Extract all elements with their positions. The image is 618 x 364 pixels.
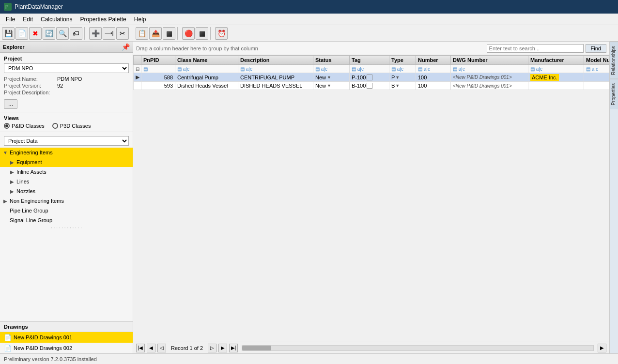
filter-description: ▤ a|c [238,65,313,73]
col-manufacturer[interactable]: Manufacturer [528,56,584,65]
copy-button[interactable]: 📋 [136,27,148,40]
tab-properties[interactable]: Properties [610,79,618,109]
red-button[interactable]: 🔴 [182,27,195,40]
explorer-header: Explorer 📌 [0,42,133,53]
grid2-button[interactable]: ▦ [196,27,208,40]
search-button[interactable]: 🔍 [56,27,69,40]
col-pnpid[interactable]: PnPID [141,56,175,65]
filter-status: ▤ a|c [313,65,350,73]
scroll-right-button[interactable]: ▶ [598,344,606,352]
table-row[interactable]: ▶ 588 Centrifugal Pump CENTRIFUGAL PUMP … [134,73,610,82]
row-arrow-1: ▶ [134,73,141,82]
menu-help[interactable]: Help [130,15,150,24]
merge-button[interactable]: ⟶| [103,27,115,40]
col-status[interactable]: Status [313,56,350,65]
tag-checkbox-1[interactable] [367,75,372,80]
col-tag[interactable]: Tag [350,56,389,65]
menu-file[interactable]: File [2,15,19,24]
tree-item-engineering-items[interactable]: ▼ Engineering Items [0,148,133,157]
tree-item-pipe-line-group[interactable]: Pipe Line Group [0,206,133,215]
menu-calculations[interactable]: Calculations [37,15,76,24]
pin-icon[interactable]: 📌 [122,43,130,51]
project-version-value: 92 [57,83,63,89]
nav-next-button[interactable]: ▶ [218,344,227,352]
drawing-icon-2: 📄 [4,345,12,352]
radio-pid-circle [4,123,10,129]
col-number[interactable]: Number [416,56,451,65]
project-version-label: Project Version: [4,83,57,89]
drawings-header: Drawings [0,322,133,332]
type-dropdown-1[interactable]: ▼ [395,75,400,80]
tag-button[interactable]: 🏷 [70,27,82,40]
filter-tag: ▤ a|c [350,65,389,73]
nav-prev2-button[interactable]: ◁ [157,344,166,352]
expander-equipment: ▶ [9,159,15,166]
search-bar: Drag a column header here to group by th… [133,42,609,55]
tag-checkbox-2[interactable] [367,83,372,89]
col-model-number[interactable]: Model Number [584,56,610,65]
cell-description-2: DISHED HEADS VESSEL [238,82,313,90]
tree-item-equipment[interactable]: ▶ Equipment [0,157,133,167]
drawing-label-2: New P&ID Drawings 002 [14,345,72,351]
nav-prev-button[interactable]: ◀ [147,344,155,352]
delete-button[interactable]: ✖ [29,27,42,40]
project-dropdown[interactable]: PDM NPO [4,63,129,73]
project-name-value: PDM NPO [57,76,82,82]
cell-type-2: B ▼ [389,82,416,90]
cell-type-1: P ▼ [389,73,416,82]
project-name-field: Project Name: PDM NPO [4,76,129,82]
export-button[interactable]: 📤 [149,27,162,40]
view-dropdown-container: Project Data [0,134,133,148]
radio-p3d-classes[interactable]: P3D Classes [52,123,91,129]
tree-item-nozzles[interactable]: ▶ Nozzles [0,186,133,196]
menu-properties-palette[interactable]: Properties Palette [76,15,130,24]
save-button[interactable]: 💾 [2,27,15,40]
radio-pid-classes[interactable]: P&ID Classes [4,123,45,129]
project-name-label: Project Name: [4,76,57,82]
filter-row-indicator: ⊟ [134,65,141,73]
tree-item-lines[interactable]: ▶ Lines [0,177,133,186]
tree-item-inline-assets[interactable]: ▶ Inline Assets [0,167,133,177]
col-class-name[interactable]: Class Name [175,56,238,65]
toolbar-sep-1 [84,27,87,40]
refresh-button[interactable]: 🔄 [43,27,55,40]
drawing-item-1[interactable]: 📄 New P&ID Drawings 001 [0,332,133,343]
menu-edit[interactable]: Edit [19,15,37,24]
menu-bar: File Edit Calculations Properties Palett… [0,14,618,25]
clock-button[interactable]: ⏰ [215,27,228,40]
row-arrow-2 [134,82,141,90]
ellipsis-button[interactable]: ... [4,99,17,109]
status-dropdown-2[interactable]: ▼ [327,83,331,88]
table-row[interactable]: 593 Dished Heads Vessel DISHED HEADS VES… [134,82,610,90]
horizontal-scrollbar[interactable] [242,345,594,351]
col-dwg-number[interactable]: DWG Number [451,56,528,65]
filter-model-number: ▤ a|c [584,65,610,73]
col-type[interactable]: Type [389,56,416,65]
nav-first-button[interactable]: |◀ [136,344,145,352]
scroll-thumb [242,346,271,350]
tree-item-signal-line-group[interactable]: Signal Line Group [0,215,133,225]
grid-button[interactable]: ▦ [163,27,175,40]
drawing-item-2[interactable]: 📄 New P&ID Drawings 002 [0,343,133,353]
project-description-label: Project Description: [4,90,57,95]
status-dropdown-1[interactable]: ▼ [327,75,331,80]
search-button-find[interactable]: Find [586,44,606,53]
tab-relationships[interactable]: Relationships [610,42,618,79]
explorer-title: Explorer [3,44,25,50]
nav-next2-button[interactable]: ▷ [208,344,216,352]
drawing-icon-1: 📄 [4,334,12,341]
view-dropdown[interactable]: Project Data [4,136,129,146]
search-input[interactable] [487,44,584,53]
expander-non-engineering: ▶ [2,197,9,204]
tree-item-non-engineering-items[interactable]: ▶ Non Engineering Items [0,196,133,206]
nav-last-button[interactable]: ▶| [229,344,238,352]
cell-manufacturer-2 [528,82,584,90]
cut-button[interactable]: ✂ [116,27,129,40]
col-description[interactable]: Description [238,56,313,65]
type-dropdown-2[interactable]: ▼ [395,83,400,88]
status-value-2: New [315,83,326,89]
expander-nozzles: ▶ [9,188,15,195]
expander-engineering-items: ▼ [2,149,9,156]
add-button[interactable]: ➕ [89,27,102,40]
new-doc-button[interactable]: 📄 [15,27,28,40]
